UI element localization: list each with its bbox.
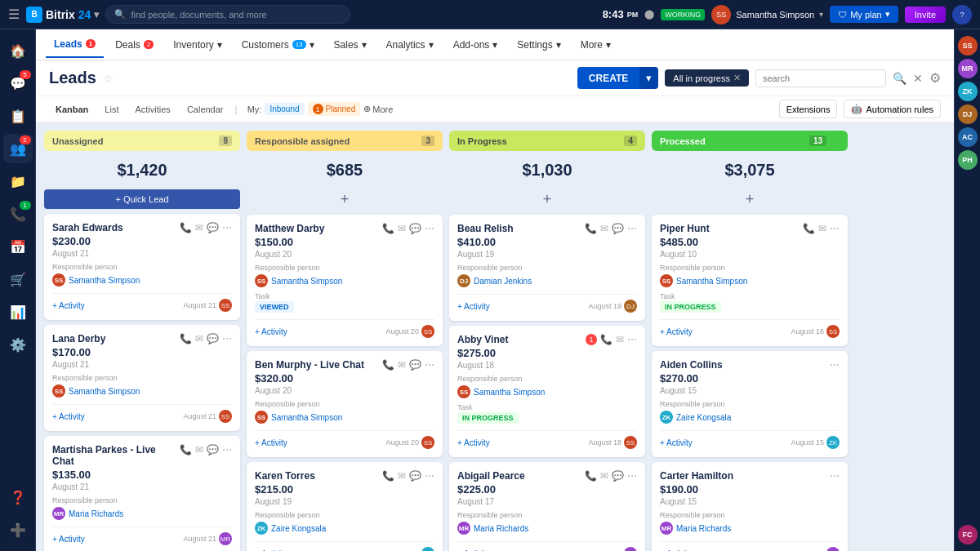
sidebar-chat[interactable]: 💬 5 [3,69,33,98]
email-icon[interactable]: ✉ [195,333,203,344]
chat-icon[interactable]: 💬 [612,223,624,234]
online-user-avatar[interactable]: MR [958,59,978,78]
nav-addons[interactable]: Add-ons ▾ [445,33,506,57]
online-user-avatar[interactable]: DJ [958,104,978,124]
sidebar-shop[interactable]: 🛒 [3,264,33,294]
phone-icon[interactable]: 📞 [382,359,394,371]
create-button[interactable]: CREATE [577,67,639,89]
nav-customers[interactable]: Customers 13 ▾ [234,33,323,57]
subnav-activities[interactable]: Activities [128,101,176,118]
lead-card[interactable]: Piper Hunt 📞 ✉ ⋯ $485.00 August 10 Respo… [652,215,848,346]
sidebar-drive[interactable]: 📁 [3,167,33,196]
sidebar-crm[interactable]: 👥 2 [3,134,33,163]
nav-more[interactable]: More ▾ [572,33,619,57]
close-icon[interactable]: ✕ [913,72,923,85]
subnav-list[interactable]: List [98,101,125,118]
add-lead-button[interactable]: + [652,189,848,210]
activity-link[interactable]: + Activity [255,438,287,447]
nav-sales[interactable]: Sales ▾ [326,33,375,57]
hamburger-icon[interactable]: ☰ [8,7,20,22]
sidebar-home[interactable]: 🏠 [3,36,33,65]
extensions-button[interactable]: Extensions [779,100,838,118]
lead-card[interactable]: Sarah Edwards 📞 ✉ 💬 ⋯ $230.00 August 21 … [44,214,240,320]
sidebar-help[interactable]: ❓ [3,482,33,512]
email-icon[interactable]: ✉ [600,223,608,234]
chat-icon[interactable]: 💬 [409,470,421,482]
nav-inventory[interactable]: Inventory ▾ [165,33,229,57]
menu-icon[interactable]: ⋯ [425,359,434,371]
email-icon[interactable]: ✉ [600,470,608,482]
my-plan-button[interactable]: 🛡 My plan ▾ [830,6,898,23]
email-icon[interactable]: ✉ [818,223,826,234]
sidebar-settings[interactable]: ⚙️ [3,330,33,359]
menu-icon[interactable]: ⋯ [222,222,232,233]
email-icon[interactable]: ✉ [398,470,406,482]
invite-button[interactable]: Invite [905,7,946,23]
online-user-avatar[interactable]: AC [958,127,978,147]
lead-card[interactable]: Matthew Darby 📞 ✉ 💬 ⋯ $150.00 August 20 … [247,215,443,346]
add-lead-button[interactable]: + [247,189,443,210]
nav-leads[interactable]: Leads 1 [46,32,104,58]
activity-link[interactable]: + Activity [52,301,85,310]
filter-tag[interactable]: All in progress ✕ [665,69,749,87]
phone-icon[interactable]: 📞 [585,470,597,482]
sidebar-contacts[interactable]: 📞 1 [3,199,33,229]
chat-icon[interactable]: 💬 [207,444,219,455]
email-icon[interactable]: ✉ [195,222,203,233]
phone-icon[interactable]: 📞 [585,223,597,234]
subnav-calendar[interactable]: Calendar [180,101,230,118]
sidebar-tasks[interactable]: 📋 [3,101,33,131]
automation-rules-button[interactable]: 🤖 Automation rules [844,100,941,118]
chat-icon[interactable]: 💬 [207,222,219,233]
activity-link[interactable]: + Activity [457,302,490,311]
email-icon[interactable]: ✉ [398,359,406,371]
lead-card[interactable]: Beau Relish 📞 ✉ 💬 ⋯ $410.00 August 19 Re… [449,215,645,321]
activity-link[interactable]: + Activity [52,535,85,544]
phone-icon[interactable]: 📞 [600,334,612,345]
phone-icon[interactable]: 📞 [382,470,394,482]
menu-icon[interactable]: ⋯ [425,223,434,234]
activity-link[interactable]: + Activity [255,327,287,336]
lead-card[interactable]: Ben Murphy - Live Chat 📞 ✉ 💬 ⋯ $320.00 A… [247,351,443,457]
chat-icon[interactable]: 💬 [409,359,421,371]
menu-icon[interactable]: ⋯ [627,223,637,234]
search-input[interactable] [755,69,886,87]
global-search[interactable]: 🔍 find people, documents, and more [105,5,350,24]
menu-icon[interactable]: ⋯ [222,333,232,344]
menu-icon[interactable]: ⋯ [222,444,232,455]
menu-icon[interactable]: ⋯ [627,334,637,345]
more-filters-button[interactable]: ⊕ More [363,104,393,114]
online-user-avatar[interactable]: ZK [958,82,978,101]
activity-link[interactable]: + Activity [660,438,693,447]
lead-card[interactable]: Carter Hamilton ⋯ $190.00 August 15 Resp… [652,462,848,551]
help-avatar[interactable]: ? [952,5,972,24]
menu-icon[interactable]: ⋯ [627,470,637,482]
phone-icon[interactable]: 📞 [180,222,192,233]
email-icon[interactable]: ✉ [398,223,406,234]
quick-lead-button[interactable]: + Quick Lead [44,189,240,209]
nav-settings[interactable]: Settings ▾ [509,33,568,57]
lead-card[interactable]: Aiden Collins ⋯ $270.00 August 15 Respon… [652,351,848,457]
settings-icon[interactable]: ⚙ [929,70,941,86]
logo-dropdown[interactable]: ▾ [94,9,99,20]
planned-filter[interactable]: 1 Planned [308,102,361,116]
chat-icon[interactable]: 💬 [409,223,421,234]
lead-card[interactable]: Karen Torres 📞 ✉ 💬 ⋯ $215.00 August 19 R… [247,462,443,551]
search-icon[interactable]: 🔍 [893,72,906,85]
chat-icon[interactable]: 💬 [612,470,624,482]
phone-icon[interactable]: 📞 [803,223,815,234]
menu-icon[interactable]: ⋯ [830,223,840,234]
favorite-icon[interactable]: ☆ [103,72,114,85]
phone-icon[interactable]: 📞 [180,444,192,455]
phone-icon[interactable]: 📞 [180,333,192,344]
activity-link[interactable]: + Activity [660,327,693,336]
nav-deals[interactable]: Deals 2 [107,33,162,57]
email-icon[interactable]: ✉ [195,444,203,455]
lead-card[interactable]: Lana Derby 📞 ✉ 💬 ⋯ $170.00 August 21 Res… [44,325,240,431]
subnav-kanban[interactable]: Kanban [49,101,95,118]
inbound-filter[interactable]: Inbound [265,103,304,115]
sidebar-calendar[interactable]: 📅 [3,232,33,261]
online-user-avatar[interactable]: SS [958,36,978,56]
activity-link[interactable]: + Activity [457,438,490,447]
menu-icon[interactable]: ⋯ [425,470,434,482]
